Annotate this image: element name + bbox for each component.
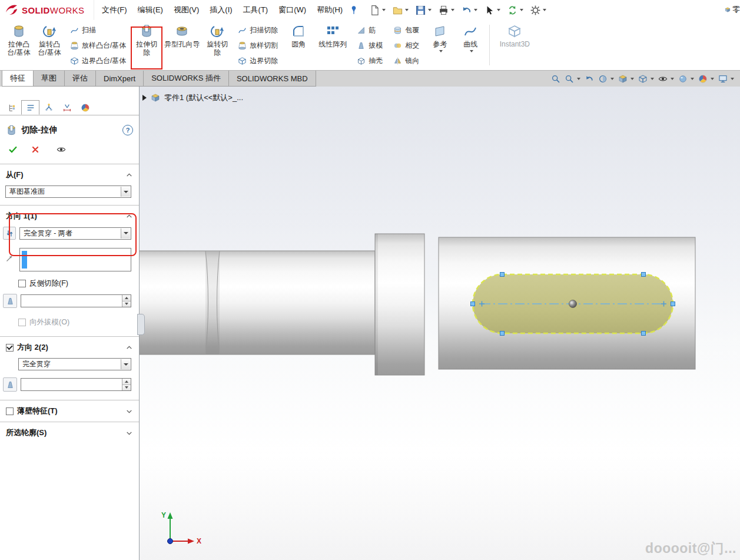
dropdown-caret-icon[interactable] [451,9,454,11]
chevron-down-icon[interactable] [125,429,133,437]
menu-view[interactable]: 视图(V) [168,0,204,20]
dropdown-arrow-icon[interactable] [121,228,130,238]
dropdown-caret-icon[interactable] [382,9,386,11]
lofted-boss-button[interactable]: 放样凸台/基体 [69,40,127,51]
wrap-button[interactable]: 包覆 [392,25,420,36]
preview-eye-icon[interactable] [57,145,66,154]
selected-contours-section-header[interactable]: 所选轮廓(S) [0,427,139,439]
start-condition-select[interactable]: 草图基准面 [5,185,131,198]
end-condition2-select[interactable]: 完全贯穿 [18,358,131,370]
tab-addins[interactable]: SOLIDWORKS 插件 [143,71,229,87]
dropdown-arrow-icon[interactable] [121,359,130,369]
dropdown-caret-icon[interactable] [671,78,674,80]
dropdown-caret-icon[interactable] [405,9,409,11]
undo-button[interactable] [459,2,480,18]
dropdown-caret-icon[interactable] [520,9,523,11]
mirror-button[interactable]: 镜向 [392,55,420,67]
chevron-up-icon[interactable] [125,344,133,352]
zoom-area-button[interactable] [565,74,580,84]
chevron-up-icon[interactable] [125,213,133,220]
menu-edit[interactable]: 编辑(E) [132,0,168,20]
dropdown-caret-icon[interactable] [691,78,694,80]
lofted-cut-button[interactable]: 放样切割 [237,40,279,51]
options-button[interactable] [527,2,549,18]
boundary-boss-button[interactable]: 边界凸台/基体 [69,55,127,67]
direction2-checkbox[interactable] [6,344,14,352]
extruded-boss-button[interactable]: 拉伸凸 台/基体 [4,20,34,70]
graphics-area[interactable]: 零件1 (默认<<默认>_... [140,87,740,560]
curves-button[interactable]: 曲线 [455,20,486,70]
dropdown-caret-icon[interactable] [610,78,614,80]
dropdown-caret-icon[interactable] [497,9,500,11]
draft-toggle2-button[interactable] [3,377,17,392]
tab-evaluate[interactable]: 评估 [64,71,96,87]
sketch-origin-point[interactable] [569,300,577,308]
menu-tools[interactable]: 工具(T) [238,0,274,20]
menu-window[interactable]: 窗口(W) [273,0,311,20]
dropdown-caret-icon[interactable] [474,9,477,11]
flyout-expand-arrow-icon[interactable] [142,95,147,101]
revolved-cut-button[interactable]: 旋转切 除 [202,20,233,70]
apply-scene-button[interactable] [698,74,714,84]
zoom-fit-button[interactable] [551,74,560,84]
swept-cut-button[interactable]: 扫描切除 [237,25,279,36]
thin-feature-section-header[interactable]: 薄壁特征(T) [0,405,139,417]
tab-features[interactable]: 特征 [2,71,34,87]
panel-splitter-handle[interactable] [137,314,145,335]
chevron-up-icon[interactable] [125,171,133,179]
direction1-section-header[interactable]: 方向 1(1) [0,210,139,222]
view-orientation-button[interactable] [618,74,634,84]
model-canvas[interactable]: Y X [140,87,740,560]
hole-wizard-button[interactable]: 异型孔向导 [162,20,202,70]
previous-view-button[interactable] [585,74,594,84]
linear-pattern-button[interactable]: 线性阵列 [314,20,351,70]
help-icon[interactable]: ? [122,125,133,135]
view-settings-button[interactable] [718,74,734,84]
flip-side-to-cut-checkbox[interactable] [18,280,26,287]
rebuild-button[interactable] [505,2,526,18]
draft-angle2-input[interactable] [21,378,131,391]
draft-outward-checkbox[interactable] [18,319,26,326]
thin-feature-checkbox[interactable] [6,407,14,415]
feature-manager-tree-tab[interactable] [3,100,21,115]
fillet-button[interactable]: 圆角 [283,20,314,70]
edit-appearance-button[interactable] [678,74,694,84]
dropdown-caret-icon[interactable] [711,78,714,80]
shell-button[interactable]: 抽壳 [356,55,384,67]
extruded-cut-button[interactable]: 拉伸切 除 [131,20,162,70]
spin-up-button[interactable] [122,295,131,301]
part-tree-node-label[interactable]: 零件1 (默认<<默认>_... [164,92,243,103]
new-document-button[interactable] [367,2,388,18]
tab-dimxpert[interactable]: DimXpert [95,71,144,87]
hide-show-items-button[interactable] [658,74,674,84]
menu-insert[interactable]: 插入(I) [204,0,237,20]
direction2-section-header[interactable]: 方向 2(2) [0,342,139,353]
pin-menu-icon[interactable] [349,5,359,15]
instant3d-button[interactable]: Instant3D [493,20,536,70]
menu-help[interactable]: 帮助(H) [311,0,348,20]
dropdown-caret-icon[interactable] [651,78,654,80]
print-button[interactable] [436,2,457,18]
section-view-button[interactable] [598,74,614,84]
ok-check-icon[interactable] [8,145,18,154]
menu-file[interactable]: 文件(F) [97,0,132,20]
cancel-x-icon[interactable] [31,145,40,154]
display-manager-tab[interactable] [76,100,94,115]
reference-geometry-button[interactable]: 参考 [424,20,455,70]
dropdown-caret-icon[interactable] [731,78,734,80]
draft-toggle-button[interactable] [3,294,17,308]
select-button[interactable] [482,2,503,18]
rib-button[interactable]: 筋 [356,25,384,36]
property-manager-tab[interactable] [21,100,39,115]
dimxpert-manager-tab[interactable] [58,100,76,115]
display-style-button[interactable] [638,74,654,84]
chevron-down-icon[interactable] [125,407,133,415]
draft-button[interactable]: 拔模 [356,40,384,51]
dropdown-caret-icon[interactable] [428,9,432,11]
boundary-cut-button[interactable]: 边界切除 [237,55,279,67]
save-button[interactable] [413,2,434,18]
spin-down-button[interactable] [122,301,131,307]
direction1-reference-box[interactable] [19,248,131,271]
dropdown-caret-icon[interactable] [543,9,546,11]
swept-boss-button[interactable]: 扫描 [69,25,127,36]
